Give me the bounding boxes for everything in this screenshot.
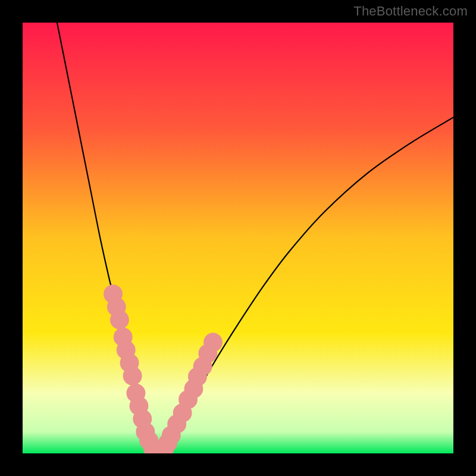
chart-container: TheBottleneck.com <box>0 0 476 476</box>
highlight-dot <box>203 333 223 352</box>
highlight-dot <box>123 367 142 386</box>
plot-area <box>23 23 453 453</box>
gradient-background <box>23 23 453 453</box>
highlight-dot <box>110 311 129 330</box>
watermark-text: TheBottleneck.com <box>353 4 468 19</box>
chart-svg <box>23 23 453 453</box>
